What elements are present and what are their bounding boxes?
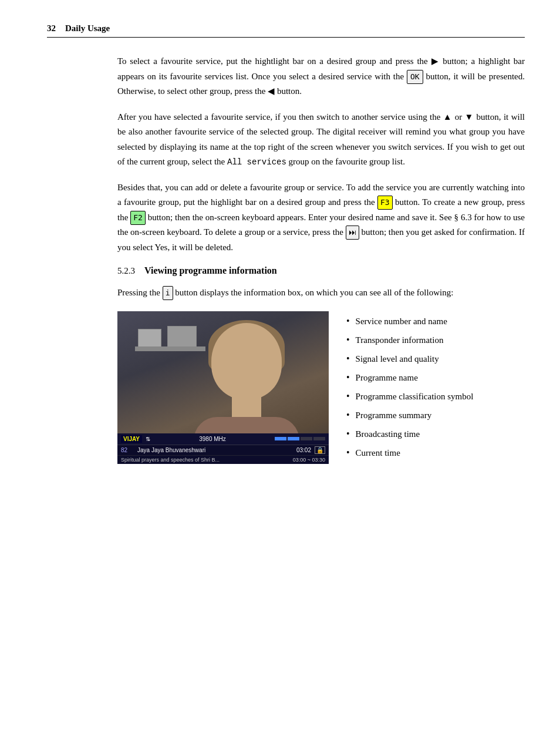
lock-icon: 🔒 <box>315 446 325 454</box>
section-title: Viewing programme information <box>144 265 277 275</box>
signal-bar-1 <box>275 437 286 440</box>
paragraph-2: After you have selected a favourite serv… <box>117 110 525 170</box>
list-item-text: Programme summary <box>356 409 432 422</box>
bullet-list-container: Service number and name Transponder info… <box>346 311 525 465</box>
list-item: Signal level and quality <box>346 352 525 366</box>
channel-name: VIJAY <box>121 435 142 443</box>
paragraph-1: To select a favourite service, put the h… <box>117 54 525 99</box>
content-area: To select a favourite service, put the h… <box>47 54 525 465</box>
list-item-text: Programme classification symbol <box>356 390 474 403</box>
info-row-bot: Spiritual prayers and speeches of Shri B… <box>117 455 329 464</box>
all-services-text: All services <box>227 157 286 167</box>
list-item-text: Current time <box>356 446 400 460</box>
section-intro: Pressing the i button displays the infor… <box>117 285 525 301</box>
list-item-text: Transponder information <box>356 334 444 347</box>
info-key: i <box>163 286 173 300</box>
head-circle <box>211 323 282 399</box>
person-silhouette <box>200 323 294 440</box>
arrows-icon: ⇅ <box>146 436 150 442</box>
list-item: Transponder information <box>346 333 525 347</box>
signal-bar-2 <box>288 437 299 440</box>
f3-key: F3 <box>377 196 393 210</box>
content-lower: VIJAY ⇅ 3980 MHz 82 <box>117 311 525 465</box>
wall-shelf <box>135 346 205 351</box>
page-header: 32 Daily Usage <box>47 23 525 38</box>
signal-bar-4 <box>313 437 325 440</box>
page-number: 32 <box>47 23 56 33</box>
f2-key: F2 <box>130 211 146 225</box>
list-item: Programme classification symbol <box>346 389 525 403</box>
features-list: Service number and name Transponder info… <box>346 314 525 460</box>
list-item: Broadcasting time <box>346 427 525 441</box>
programme-description: Spiritual prayers and speeches of Shri B… <box>121 457 289 463</box>
programme-name: Jaya Jaya Bhuvaneshwari <box>137 447 293 453</box>
freq-text: 3980 MHz <box>154 436 271 442</box>
section-number: 5.2.3 <box>117 266 135 275</box>
list-item-text: Signal level and quality <box>356 352 439 366</box>
list-item: Programme summary <box>346 408 525 422</box>
wall-item-2 <box>167 326 197 349</box>
ok-key: OK <box>407 70 423 84</box>
page: 32 Daily Usage To select a favourite ser… <box>0 0 560 747</box>
list-item-text: Broadcasting time <box>356 428 420 441</box>
info-row-top: VIJAY ⇅ 3980 MHz <box>117 433 329 445</box>
list-item: Current time <box>346 446 525 460</box>
paragraph-3: Besides that, you can add or delete a fa… <box>117 180 525 255</box>
signal-bars <box>275 437 325 440</box>
list-item: Service number and name <box>346 314 525 328</box>
section-ref-63: 6.3 <box>461 213 472 222</box>
time-display: 03:02 <box>296 447 311 453</box>
channel-number: 82 <box>121 447 134 453</box>
info-row-mid: 82 Jaya Jaya Bhuvaneshwari 03:02 🔒 <box>117 445 329 455</box>
signal-bar-3 <box>301 437 312 440</box>
chapter-title: Daily Usage <box>65 23 110 33</box>
list-item-text: Programme name <box>356 371 418 385</box>
list-item-text: Service number and name <box>356 315 447 328</box>
info-bar: VIJAY ⇅ 3980 MHz 82 <box>117 433 329 464</box>
section-heading: 5.2.3Viewing programme information <box>117 265 525 276</box>
list-item: Programme name <box>346 371 525 385</box>
tv-image: VIJAY ⇅ 3980 MHz 82 <box>117 311 329 464</box>
tv-screen: VIJAY ⇅ 3980 MHz 82 <box>117 311 329 464</box>
time-range: 03:00 ~ 03:30 <box>293 457 325 463</box>
skip-key: ⏭ <box>346 226 359 240</box>
